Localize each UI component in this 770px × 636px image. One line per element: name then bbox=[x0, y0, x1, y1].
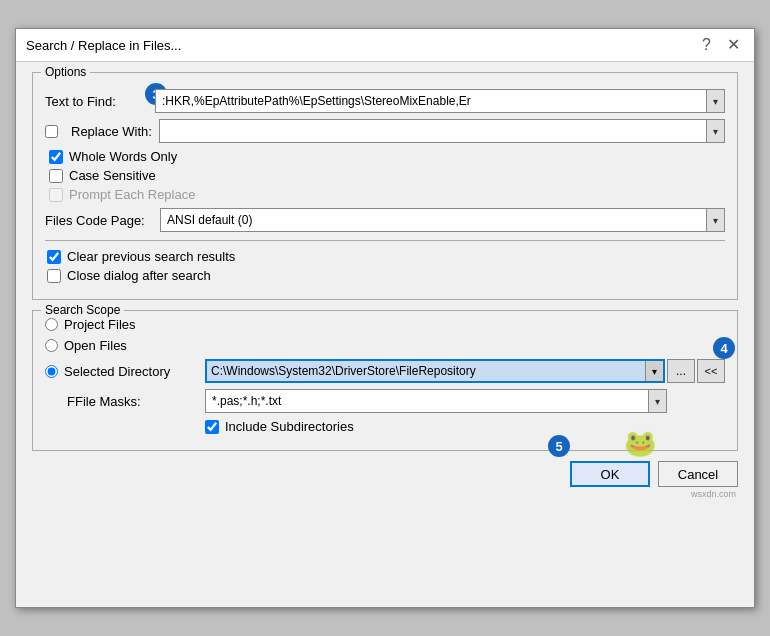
replace-with-combo[interactable] bbox=[159, 119, 725, 143]
case-sensitive-checkbox[interactable] bbox=[49, 169, 63, 183]
watermark: wsxdn.com bbox=[691, 489, 736, 499]
text-to-find-combo[interactable]: :HKR,%EpAttributePath%\EpSettings\Stereo… bbox=[155, 89, 725, 113]
files-code-arrow[interactable] bbox=[706, 209, 724, 231]
selected-dir-radio[interactable] bbox=[45, 365, 58, 378]
ok-button[interactable]: OK bbox=[570, 461, 650, 487]
browse-button[interactable]: ... bbox=[667, 359, 695, 383]
selected-dir-label: Selected Directory bbox=[64, 364, 170, 379]
close-button[interactable]: ✕ bbox=[723, 37, 744, 53]
text-to-find-label: Text to Find: bbox=[45, 94, 155, 109]
file-masks-arrow[interactable] bbox=[648, 390, 666, 412]
dir-combo-wrapper: 4 C:\Windows\System32\DriverStore\FileRe… bbox=[205, 359, 725, 383]
badge-4: 4 bbox=[713, 337, 735, 359]
dialog-title: Search / Replace in Files... bbox=[26, 38, 181, 53]
whole-words-row: Whole Words Only bbox=[49, 149, 725, 164]
project-files-radio[interactable] bbox=[45, 318, 58, 331]
options-title: Options bbox=[41, 65, 90, 79]
text-to-find-row: 3 Text to Find: :HKR,%EpAttributePath%\E… bbox=[45, 89, 725, 113]
whole-words-label: Whole Words Only bbox=[69, 149, 177, 164]
project-files-row: Project Files bbox=[45, 317, 725, 332]
replace-with-arrow[interactable] bbox=[706, 120, 724, 142]
case-sensitive-row: Case Sensitive bbox=[49, 168, 725, 183]
file-masks-combo[interactable]: *.pas;*.h;*.txt bbox=[205, 389, 667, 413]
files-code-combo[interactable]: ANSI default (0) bbox=[160, 208, 725, 232]
directory-combo-arrow[interactable] bbox=[645, 361, 663, 381]
search-replace-dialog: Search / Replace in Files... ? ✕ Options… bbox=[15, 28, 755, 608]
close-dialog-row: Close dialog after search bbox=[47, 268, 725, 283]
replace-with-row: Replace With: bbox=[45, 119, 725, 143]
file-masks-row: FFile Masks: *.pas;*.h;*.txt bbox=[45, 389, 725, 413]
open-files-label: Open Files bbox=[64, 338, 127, 353]
close-dialog-label: Close dialog after search bbox=[67, 268, 211, 283]
frog-icon: 🐸 bbox=[624, 428, 656, 459]
replace-with-checkbox[interactable] bbox=[45, 125, 58, 138]
prompt-each-row: Prompt Each Replace bbox=[49, 187, 725, 202]
selected-dir-row: Selected Directory 4 C:\Windows\System32… bbox=[45, 359, 725, 383]
include-subdirs-label: Include Subdirectories bbox=[225, 419, 354, 434]
directory-combo[interactable]: C:\Windows\System32\DriverStore\FileRepo… bbox=[205, 359, 665, 383]
files-code-label: Files Code Page: bbox=[45, 213, 160, 228]
button-row: 5 🐸 OK Cancel wsxdn.com bbox=[32, 461, 738, 487]
close-dialog-checkbox[interactable] bbox=[47, 269, 61, 283]
cancel-button[interactable]: Cancel bbox=[658, 461, 738, 487]
prompt-each-label: Prompt Each Replace bbox=[69, 187, 195, 202]
badge-5: 5 bbox=[548, 435, 570, 457]
text-to-find-arrow[interactable] bbox=[706, 90, 724, 112]
project-files-label: Project Files bbox=[64, 317, 136, 332]
open-files-radio[interactable] bbox=[45, 339, 58, 352]
options-section: Options 3 Text to Find: :HKR,%EpAttribut… bbox=[32, 72, 738, 300]
case-sensitive-label: Case Sensitive bbox=[69, 168, 156, 183]
files-code-value: ANSI default (0) bbox=[167, 213, 252, 227]
separator-1 bbox=[45, 240, 725, 241]
search-scope-title: Search Scope bbox=[41, 303, 124, 317]
file-masks-label: FFile Masks: bbox=[67, 394, 141, 409]
include-subdirs-checkbox[interactable] bbox=[205, 420, 219, 434]
whole-words-checkbox[interactable] bbox=[49, 150, 63, 164]
directory-value: C:\Windows\System32\DriverStore\FileRepo… bbox=[211, 364, 476, 378]
file-masks-value: *.pas;*.h;*.txt bbox=[212, 394, 281, 408]
prompt-each-checkbox[interactable] bbox=[49, 188, 63, 202]
clear-prev-row: Clear previous search results bbox=[47, 249, 725, 264]
replace-with-label: Replace With: bbox=[71, 124, 159, 139]
files-code-row: Files Code Page: ANSI default (0) bbox=[45, 208, 725, 232]
collapse-button[interactable]: << bbox=[697, 359, 725, 383]
open-files-row: Open Files bbox=[45, 338, 725, 353]
title-bar: Search / Replace in Files... ? ✕ bbox=[16, 29, 754, 62]
help-button[interactable]: ? bbox=[698, 37, 715, 53]
clear-prev-checkbox[interactable] bbox=[47, 250, 61, 264]
clear-prev-label: Clear previous search results bbox=[67, 249, 235, 264]
text-to-find-value: :HKR,%EpAttributePath%\EpSettings\Stereo… bbox=[162, 94, 471, 108]
